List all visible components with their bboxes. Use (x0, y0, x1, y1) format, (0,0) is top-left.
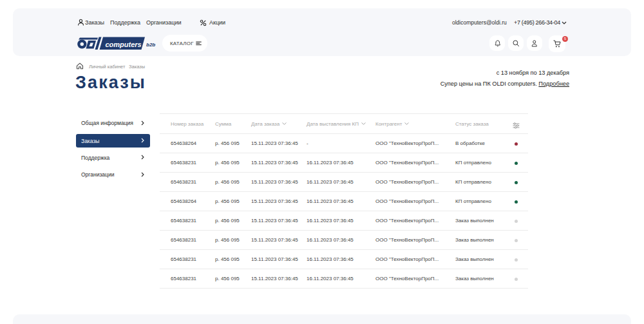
svg-text:computers: computers (106, 41, 142, 48)
svg-text:b2b: b2b (146, 42, 155, 48)
